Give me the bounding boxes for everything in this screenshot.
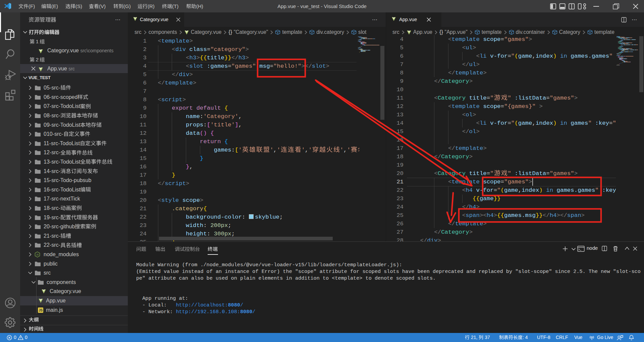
svg-text:JS: JS (36, 253, 39, 256)
